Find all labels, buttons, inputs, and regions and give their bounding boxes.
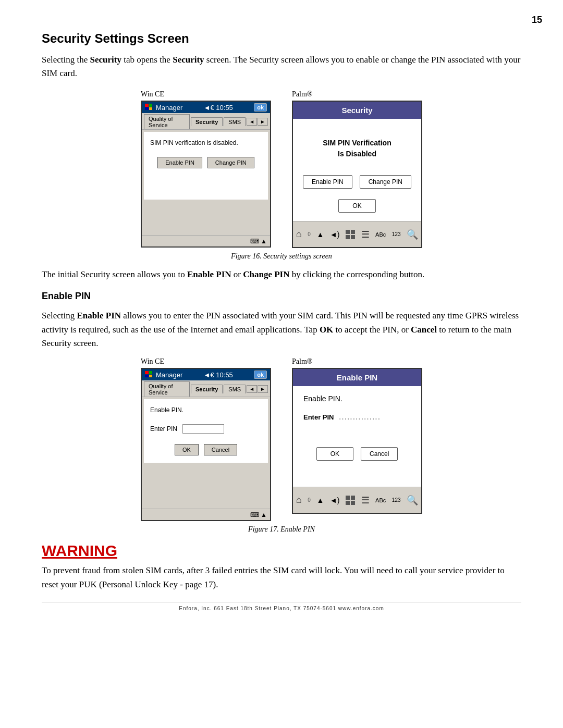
wince1-time: ◄€ 10:55	[204, 104, 233, 112]
wince2-nav-arrows: ◄ ►	[247, 385, 268, 393]
palm2-nav-bar: ⌂ 0 ▲ ◄) ☰ ABc 123 🔍	[293, 487, 421, 513]
intro-text-2: tab opens the	[121, 55, 173, 65]
nav-indicator-2: 123	[392, 231, 401, 237]
palm1-enable-pin-btn[interactable]: Enable PIN	[303, 175, 352, 189]
nav-indicator-3: 0	[308, 497, 311, 503]
palm2-enable-pin-text: Enable PIN.	[303, 394, 411, 403]
body-text-3: by clicking the corresponding button.	[290, 269, 425, 279]
body-text-1: The initial Security screen allows you t…	[42, 268, 521, 281]
search-icon[interactable]: 🔍	[407, 229, 418, 240]
intro-bold-2: Security	[173, 55, 204, 65]
palm2-platform-label: Palm®	[292, 357, 312, 366]
home-icon[interactable]: ⌂	[296, 229, 302, 240]
page-number: 15	[532, 15, 542, 26]
wince2-tab-sms[interactable]: SMS	[224, 385, 246, 393]
menu-icon[interactable]: ☰	[361, 229, 370, 240]
subsection-enable-pin: Enable PIN	[42, 291, 521, 302]
wince2-tab-qos[interactable]: Quality of Service	[144, 381, 190, 397]
wince1-title-text: Manager	[156, 104, 182, 112]
warning-text: To prevent fraud from stolen SIM cards, …	[42, 564, 521, 591]
palm1-status-line1: SIM PIN Verification	[323, 139, 391, 147]
wince1-enable-pin-btn[interactable]: Enable PIN	[157, 157, 202, 168]
palm-grid-icon-2	[346, 496, 355, 505]
palm1-ok-btn[interactable]: OK	[338, 199, 375, 213]
wince1-title-left: Manager	[145, 104, 182, 112]
enable-pin-cancel: Cancel	[411, 325, 437, 335]
wince2-pin-row: Enter PIN	[150, 424, 262, 434]
intro-bold-1: Security	[90, 55, 121, 65]
nav-arrow-up-2[interactable]: ▲	[316, 496, 324, 504]
palm-figure-1: Palm® Security SIM PIN Verification Is D…	[292, 90, 422, 248]
enable-pin-bold: Enable PIN	[77, 311, 121, 320]
wince1-buttons: Enable PIN Change PIN	[150, 157, 262, 168]
palm1-change-pin-btn[interactable]: Change PIN	[360, 175, 411, 189]
wince1-ok-btn[interactable]: ok	[254, 103, 267, 112]
palm-figure-2: Palm® Enable PIN Enable PIN. Enter PIN .…	[292, 357, 422, 521]
wince1-frame: Manager ◄€ 10:55 ok Quality of Service S…	[141, 101, 271, 248]
figure-17-row: Win CE Manager ◄€ 10:55 ok Quality of Se…	[42, 357, 521, 521]
wince2-frame: Manager ◄€ 10:55 ok Quality of Service S…	[141, 368, 271, 521]
wince2-body: Enable PIN. Enter PIN OK Cancel	[144, 399, 268, 463]
palm2-pin-dots[interactable]: ...............	[339, 414, 381, 421]
intro-paragraph: Selecting the Security tab opens the Sec…	[42, 53, 521, 80]
palm1-body: SIM PIN Verification Is Disabled Enable …	[293, 119, 421, 221]
footer: Enfora, Inc. 661 East 18th Street Plano,…	[42, 602, 521, 611]
figure17-caption: Figure 17. Enable PIN	[42, 525, 521, 534]
palm1-platform-label: Palm®	[292, 90, 312, 98]
section-title: Security Settings Screen	[42, 31, 521, 46]
wince2-time: ◄€ 10:55	[204, 371, 233, 379]
wince1-footer: ⌨ ▲	[142, 235, 270, 246]
palm1-frame: Security SIM PIN Verification Is Disable…	[292, 101, 422, 248]
palm1-buttons-row: Enable PIN Change PIN	[303, 175, 411, 189]
enable-pin-text-1: Selecting	[42, 311, 77, 320]
wince2-titlebar: Manager ◄€ 10:55 ok	[142, 369, 270, 380]
home-icon-2[interactable]: ⌂	[296, 495, 302, 505]
wince2-title-text: Manager	[156, 371, 182, 379]
wince1-tab-security[interactable]: Security	[191, 117, 223, 126]
wince2-ok-action-btn[interactable]: OK	[175, 444, 199, 455]
wince2-platform-label: Win CE	[141, 357, 164, 366]
search-icon-2[interactable]: 🔍	[407, 495, 418, 506]
wince1-tab-sms[interactable]: SMS	[224, 117, 246, 126]
wince1-tab-qos[interactable]: Quality of Service	[144, 114, 190, 129]
palm2-frame: Enable PIN Enable PIN. Enter PIN .......…	[292, 368, 422, 514]
palm2-enter-pin-label: Enter PIN	[303, 413, 334, 421]
warning-title: WARNING	[42, 542, 521, 560]
wince2-tabs: Quality of Service Security SMS ◄ ►	[142, 380, 270, 397]
body-text-1a: The initial Security screen allows you t…	[42, 269, 187, 279]
palm2-cancel-btn[interactable]: Cancel	[361, 447, 398, 461]
enable-pin-description: Selecting Enable PIN allows you to enter…	[42, 309, 521, 350]
palm2-buttons-row: OK Cancel	[303, 447, 411, 461]
palm1-status-line2: Is Disabled	[338, 150, 376, 158]
enable-pin-ok: OK	[320, 325, 333, 335]
nav-indicator-1: 0	[308, 231, 311, 237]
windows-flag-icon	[145, 104, 153, 111]
body-bold-2: Change PIN	[243, 269, 289, 279]
palm1-nav-bar: ⌂ 0 ▲ ◄) ☰ ABc 123 🔍	[293, 221, 421, 247]
wince2-enter-pin-label: Enter PIN	[150, 425, 177, 433]
wince1-body: SIM PIN verification is disabled. Enable…	[144, 132, 268, 200]
nav-indicator-4: 123	[392, 497, 401, 503]
wince2-enable-pin-text: Enable PIN.	[150, 406, 262, 414]
nav-volume-icon-2: ◄)	[330, 496, 340, 504]
wince2-tab-security[interactable]: Security	[191, 385, 223, 393]
wince-figure-2: Win CE Manager ◄€ 10:55 ok Quality of Se…	[141, 357, 271, 521]
nav-arrow-up[interactable]: ▲	[316, 230, 324, 239]
wince1-arrow-left[interactable]: ◄	[247, 118, 257, 126]
wince1-arrow-right[interactable]: ►	[258, 118, 268, 126]
wince2-ok-btn[interactable]: ok	[254, 371, 267, 379]
palm1-ok-row: OK	[338, 199, 375, 213]
palm1-titlebar: Security	[293, 102, 421, 119]
wince2-pin-input[interactable]	[182, 424, 224, 434]
wince1-change-pin-btn[interactable]: Change PIN	[207, 157, 254, 168]
keyboard-icon: ⌨ ▲	[250, 238, 267, 245]
wince1-platform-label: Win CE	[141, 90, 164, 98]
menu-icon-2[interactable]: ☰	[361, 495, 370, 506]
figure-16-row: Win CE Manager ◄€ 10:55 ok Quality of Se…	[42, 90, 521, 248]
wince2-arrow-right[interactable]: ►	[258, 385, 268, 393]
palm2-body: Enable PIN. Enter PIN ............... OK…	[293, 386, 421, 487]
wince2-arrow-left[interactable]: ◄	[247, 385, 257, 393]
wince2-cancel-btn[interactable]: Cancel	[204, 444, 237, 455]
wince2-buttons: OK Cancel	[150, 444, 262, 455]
palm2-ok-btn[interactable]: OK	[316, 447, 353, 461]
